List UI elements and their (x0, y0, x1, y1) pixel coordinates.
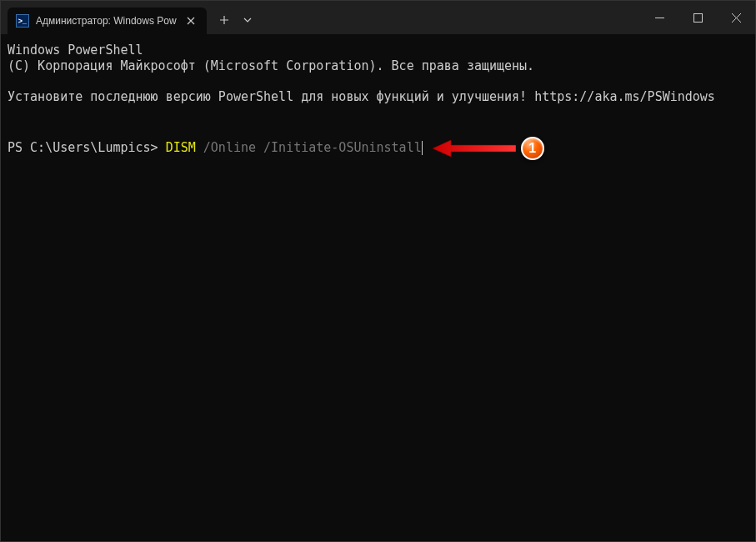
blank-line (8, 74, 748, 90)
close-icon (187, 17, 195, 25)
terminal-line: (C) Корпорация Майкрософт (Microsoft Cor… (8, 58, 748, 74)
prompt-line: PS C:\Users\Lumpics> DISM /Online /Initi… (8, 137, 748, 160)
badge-number: 1 (528, 140, 536, 157)
terminal-viewport[interactable]: Windows PowerShell (C) Корпорация Майкро… (1, 34, 755, 541)
step-badge-1: 1 (521, 137, 544, 160)
powershell-icon: >_ (16, 14, 29, 28)
minimize-icon (655, 13, 664, 23)
minimize-button[interactable] (640, 1, 678, 34)
close-icon (732, 13, 741, 23)
powershell-icon-glyph: >_ (18, 17, 27, 25)
arrow-left-icon (433, 139, 516, 158)
tab-close-button[interactable] (183, 13, 198, 28)
terminal-window: >_ Администратор: Windows Pow Windo (0, 0, 756, 542)
terminal-line: Установите последнюю версию PowerShell д… (8, 89, 748, 105)
blank-line (8, 105, 748, 121)
tab-dropdown-button[interactable] (237, 8, 258, 33)
plus-icon (219, 15, 229, 25)
maximize-button[interactable] (678, 1, 717, 34)
close-button[interactable] (717, 1, 755, 34)
terminal-line: Windows PowerShell (8, 43, 748, 58)
maximize-icon (693, 13, 703, 23)
prompt-text: PS C:\Users\Lumpics> (8, 140, 166, 156)
tab-powershell[interactable]: >_ Администратор: Windows Pow (8, 8, 207, 34)
command-args: /Online /Initiate-OSUninstall (196, 140, 422, 156)
tab-title: Администратор: Windows Pow (36, 15, 177, 27)
command-highlight: DISM (166, 140, 196, 156)
titlebar: >_ Администратор: Windows Pow (1, 1, 755, 34)
text-cursor (422, 141, 423, 155)
chevron-down-icon (243, 18, 252, 23)
new-tab-button[interactable] (212, 8, 237, 33)
window-controls (640, 1, 755, 34)
annotation-1: 1 (433, 137, 544, 160)
svg-rect-0 (693, 13, 702, 22)
